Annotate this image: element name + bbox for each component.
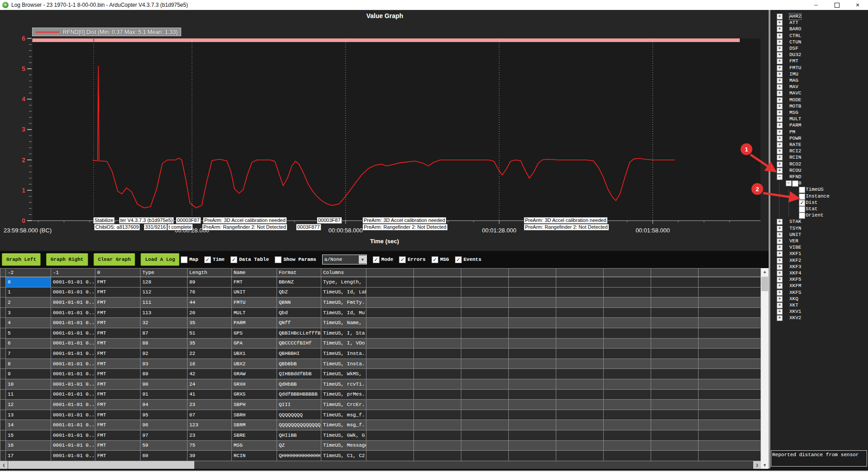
cell[interactable]: TimeUS, Message (321, 440, 366, 451)
tree-label-xkfm[interactable]: XKFM (789, 283, 801, 289)
cell-empty[interactable] (414, 430, 461, 440)
cell[interactable]: QIII (277, 400, 321, 410)
tree-label-mult[interactable]: MULT (789, 116, 801, 122)
cell-empty[interactable] (556, 338, 604, 349)
column-header-1[interactable]: -1 (51, 269, 95, 277)
cell[interactable]: FMT (95, 430, 141, 440)
cell[interactable]: TimeUS, FmtTy... (321, 297, 366, 308)
value-graph-chart[interactable]: 012345623:59:58.000 (BC)00:00:28.00000:0… (0, 10, 769, 251)
expand-icon[interactable]: + (777, 155, 783, 160)
horizontal-scrollbar[interactable]: ❮ ❯ (0, 461, 761, 469)
cell[interactable]: FMT (95, 440, 141, 451)
cell-empty[interactable] (556, 349, 604, 359)
cell-empty[interactable] (651, 287, 699, 297)
row-header[interactable] (0, 287, 6, 297)
cell[interactable]: 0001-01-01 0... (51, 338, 95, 349)
cell[interactable]: RCIN (232, 451, 277, 461)
cell[interactable]: FMT (232, 277, 277, 288)
cell[interactable]: 35 (188, 338, 232, 349)
cell-empty[interactable] (604, 430, 651, 440)
cell-empty[interactable] (509, 297, 556, 308)
cell[interactable]: 94 (141, 400, 188, 410)
cell[interactable]: 92 (141, 349, 188, 359)
cell-empty[interactable] (604, 297, 651, 308)
tree-label-xkq[interactable]: XKQ (789, 296, 798, 302)
cell-empty[interactable] (461, 430, 509, 440)
cell-empty[interactable] (366, 338, 414, 349)
cell-empty[interactable] (461, 400, 509, 410)
cell-empty[interactable] (604, 440, 651, 451)
expand-icon[interactable]: + (777, 302, 783, 308)
column-header-format[interactable]: Format (277, 269, 321, 277)
row-header[interactable] (0, 420, 6, 430)
cell[interactable]: 17 (6, 451, 51, 461)
cell-empty[interactable] (414, 277, 461, 288)
cell[interactable]: FMT (95, 400, 141, 410)
cell[interactable]: TimeUS, I, VDo... (321, 338, 366, 349)
expand-icon[interactable]: + (777, 110, 783, 116)
cell-empty[interactable] (556, 420, 604, 430)
cell[interactable]: 88 (141, 338, 188, 349)
cell[interactable]: GPA (232, 338, 277, 349)
tree-label-rco2[interactable]: RCO2 (789, 161, 801, 167)
checkbox-time-box[interactable]: ✓ (204, 256, 211, 263)
cell-empty[interactable] (651, 389, 699, 400)
tree-label-fmtu[interactable]: FMTU (789, 65, 801, 71)
tree-label-du32[interactable]: DU32 (789, 52, 801, 58)
row-header[interactable] (0, 328, 6, 338)
tree-label-xkv2[interactable]: XKV2 (789, 315, 801, 321)
expand-icon[interactable]: + (777, 238, 783, 244)
load-a-log-button[interactable]: Load A Log (141, 253, 179, 266)
cell-empty[interactable] (556, 287, 604, 297)
cell-empty[interactable] (509, 440, 556, 451)
tree-label-mag[interactable]: MAG (789, 78, 798, 84)
expand-icon[interactable]: + (777, 296, 783, 302)
column-header-length[interactable]: Length (188, 269, 232, 277)
cell[interactable]: FMT (95, 318, 141, 328)
cell-empty[interactable] (699, 430, 761, 440)
cell-empty[interactable] (699, 349, 761, 359)
cell[interactable]: FMT (95, 451, 141, 461)
cell-empty[interactable] (651, 328, 699, 338)
cell[interactable]: 15 (6, 430, 51, 440)
cell-empty[interactable] (556, 440, 604, 451)
expand-icon[interactable]: + (777, 58, 783, 64)
cell[interactable]: 3 (6, 307, 51, 318)
tree-label-mode[interactable]: MODE (789, 97, 801, 103)
cell-empty[interactable] (699, 287, 761, 297)
cell[interactable]: FMTU (232, 297, 277, 308)
cell[interactable]: 67 (188, 410, 232, 420)
cell[interactable]: QHIiBB (277, 430, 321, 440)
cell-empty[interactable] (366, 287, 414, 297)
cell[interactable]: 111 (141, 297, 188, 308)
cell[interactable]: 24 (188, 379, 232, 389)
cell-empty[interactable] (699, 338, 761, 349)
tree-label-stak[interactable]: STAK (789, 219, 801, 225)
cell-empty[interactable] (699, 359, 761, 369)
cell-empty[interactable] (461, 307, 509, 318)
tree-label-xkv1[interactable]: XKV1 (789, 309, 801, 315)
cell-empty[interactable] (414, 440, 461, 451)
cell[interactable]: MULT (232, 307, 277, 318)
tree-label-tsyn[interactable]: TSYN (789, 226, 801, 231)
cell[interactable]: 96 (141, 420, 188, 430)
checkbox-msg-box[interactable]: ✓ (432, 256, 438, 263)
cell[interactable]: 90 (141, 379, 188, 389)
cell-empty[interactable] (556, 379, 604, 389)
maximize-button[interactable] (826, 0, 847, 10)
cell[interactable]: 16 (188, 359, 232, 369)
cell-empty[interactable] (461, 297, 509, 308)
expand-icon[interactable]: + (777, 39, 783, 45)
cell-empty[interactable] (366, 400, 414, 410)
cell[interactable]: TimeUS, Id, Mult (321, 307, 366, 318)
cell[interactable]: 0001-01-01 0... (51, 400, 95, 410)
cell-empty[interactable] (604, 318, 651, 328)
row-header[interactable] (0, 338, 6, 349)
cell-empty[interactable] (604, 287, 651, 297)
row-header[interactable] (0, 389, 6, 400)
cell-empty[interactable] (604, 277, 651, 288)
tree-label-xkf4[interactable]: XKF4 (789, 270, 801, 276)
cell[interactable]: FMT (95, 277, 141, 288)
checkbox-errors-box[interactable]: ✓ (399, 256, 406, 263)
cell-empty[interactable] (414, 400, 461, 410)
